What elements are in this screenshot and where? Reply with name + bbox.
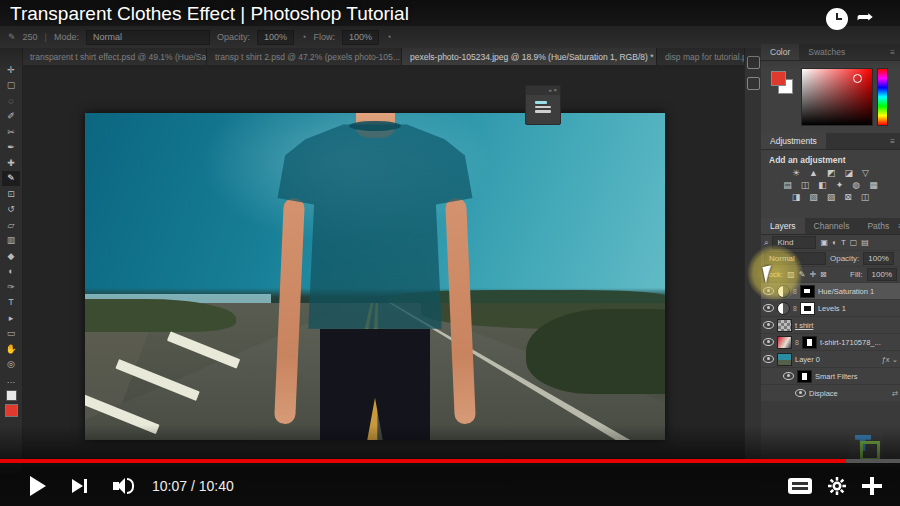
brightness-contrast-icon[interactable]: ☀ xyxy=(792,168,800,178)
layer-mask-thumb[interactable] xyxy=(800,302,815,315)
lock-all-icon[interactable]: ⊠ xyxy=(820,270,827,279)
curves-icon[interactable]: ◩ xyxy=(827,168,836,178)
exposure-icon[interactable]: ◪ xyxy=(845,168,854,178)
healing-brush-tool[interactable]: ✚ xyxy=(2,155,20,171)
eyedropper-tool[interactable]: ✒ xyxy=(2,140,20,156)
tab-paths[interactable]: Paths xyxy=(858,218,898,234)
filter-adjustment-icon[interactable]: ◐ xyxy=(832,238,837,247)
next-button[interactable] xyxy=(72,479,87,493)
tab-channels[interactable]: Channels xyxy=(805,218,859,234)
hue-slider[interactable] xyxy=(877,68,888,126)
lock-position-icon[interactable]: ✛ xyxy=(809,270,816,279)
filter-type-icon[interactable]: T xyxy=(841,238,846,247)
hue-saturation-icon[interactable] xyxy=(535,101,551,113)
share-icon[interactable]: ➦ xyxy=(857,6,874,27)
visibility-eye-icon[interactable] xyxy=(763,321,774,329)
blur-tool[interactable]: ◆ xyxy=(2,248,20,264)
filter-smart-icon[interactable]: ▤ xyxy=(861,238,869,247)
mode-select[interactable]: Normal xyxy=(86,30,210,45)
levels-thumb[interactable] xyxy=(777,302,790,315)
history-brush-tool[interactable]: ↺ xyxy=(2,202,20,218)
progress-bar[interactable] xyxy=(0,459,900,463)
selective-color-icon[interactable]: ⊠ xyxy=(844,192,852,202)
properties-panel-icon[interactable] xyxy=(747,56,760,69)
filter-options-icon[interactable]: ⇄ xyxy=(892,389,898,398)
smart-filters-row[interactable]: Smart Filters xyxy=(761,368,900,385)
panel-menu-icon[interactable]: ≡ xyxy=(890,48,895,57)
visibility-eye-icon[interactable] xyxy=(783,372,794,380)
play-button[interactable] xyxy=(30,476,46,496)
filter-pixel-icon[interactable]: ▣ xyxy=(820,238,828,247)
tab-layers[interactable]: Layers xyxy=(761,218,805,234)
opacity-select[interactable]: 100% xyxy=(257,30,294,45)
move-tool[interactable]: ✛ xyxy=(2,62,20,78)
smoothing-icon[interactable]: ◔ xyxy=(386,32,391,42)
libraries-panel-icon[interactable] xyxy=(747,77,760,90)
opacity-select[interactable]: 100% xyxy=(863,252,893,265)
exit-fullscreen-button[interactable] xyxy=(862,477,882,495)
layer-effects-icon[interactable]: ƒx ⌄ xyxy=(882,355,898,364)
layer-0[interactable]: Layer 0 ƒx ⌄ xyxy=(761,351,900,368)
volume-button[interactable] xyxy=(113,478,134,494)
posterize-icon[interactable]: ▧ xyxy=(809,192,818,202)
type-tool[interactable]: T xyxy=(2,295,20,311)
color-lookup-icon[interactable]: ▦ xyxy=(869,180,878,190)
layer-t-shirt-1710578[interactable]: 8 t-shirt-1710578_... xyxy=(761,334,900,351)
zoom-tool[interactable]: ◎ xyxy=(2,357,20,373)
crop-tool[interactable]: ✂ xyxy=(2,124,20,140)
settings-button[interactable] xyxy=(828,477,846,495)
eraser-tool[interactable]: ▱ xyxy=(2,217,20,233)
invert-icon[interactable]: ◨ xyxy=(792,192,801,202)
foreground-color-swatch[interactable] xyxy=(5,404,18,417)
flow-select[interactable]: 100% xyxy=(342,30,379,45)
hand-tool[interactable]: ✋ xyxy=(2,341,20,357)
shape-tool[interactable]: ▭ xyxy=(2,326,20,342)
visibility-eye-icon[interactable] xyxy=(763,355,774,363)
layer-thumb[interactable] xyxy=(777,319,792,332)
tab-adjustments[interactable]: Adjustments xyxy=(761,133,826,149)
tab-color[interactable]: Color xyxy=(761,44,799,60)
tab-swatches[interactable]: Swatches xyxy=(799,44,854,60)
dodge-tool[interactable]: ◐ xyxy=(2,264,20,280)
panel-collapse-icon[interactable]: « × xyxy=(526,86,560,95)
tab-transparent-t-shirt[interactable]: transparent t shirt effect.psd @ 49.1% (… xyxy=(22,48,207,65)
brush-size-value[interactable]: 250 xyxy=(23,32,38,42)
vibrance-icon[interactable]: ▽ xyxy=(862,168,869,178)
layer-levels[interactable]: 8 Levels 1 xyxy=(761,300,900,317)
photo-filter-icon[interactable]: ✦ xyxy=(836,180,844,190)
foreground-color-swatch[interactable] xyxy=(771,71,786,86)
quick-selection-tool[interactable]: ✐ xyxy=(2,109,20,125)
airbrush-icon[interactable]: ◔ xyxy=(301,32,306,42)
layer-mask-thumb[interactable] xyxy=(800,285,815,298)
lasso-tool[interactable]: ◌ xyxy=(2,93,20,109)
background-color-swatch[interactable] xyxy=(6,390,17,401)
displace-filter-row[interactable]: Displace ⇄ xyxy=(761,385,900,401)
properties-mini-panel[interactable]: « × xyxy=(525,85,561,125)
gradient-tool[interactable]: ▥ xyxy=(2,233,20,249)
fill-select[interactable]: 100% xyxy=(867,268,897,281)
color-balance-icon[interactable]: ◫ xyxy=(801,180,810,190)
filter-shape-icon[interactable]: ▢ xyxy=(850,238,858,247)
visibility-eye-icon[interactable] xyxy=(795,389,806,397)
channel-mixer-icon[interactable]: ◍ xyxy=(852,180,860,190)
path-select-tool[interactable]: ▸ xyxy=(2,310,20,326)
layer-mask-thumb[interactable] xyxy=(802,336,817,349)
layer-thumb[interactable] xyxy=(777,336,792,349)
pen-tool[interactable]: ✑ xyxy=(2,279,20,295)
clone-stamp-tool[interactable]: ⊡ xyxy=(2,186,20,202)
visibility-eye-icon[interactable] xyxy=(763,338,774,346)
document-image[interactable] xyxy=(85,113,665,440)
panel-menu-icon[interactable]: ≡ xyxy=(890,137,895,146)
tab-transp-t-shirt-2[interactable]: transp t shirt 2.psd @ 47.2% (pexels pho… xyxy=(207,48,402,65)
video-title[interactable]: Transparent Clothes Effect | Photoshop T… xyxy=(10,3,409,25)
watch-later-icon[interactable] xyxy=(826,8,848,30)
ps-canvas[interactable]: « × xyxy=(23,65,744,460)
layer-thumb[interactable] xyxy=(777,353,792,366)
threshold-icon[interactable]: ▨ xyxy=(827,192,836,202)
subtitles-button[interactable] xyxy=(788,478,812,494)
brush-tool[interactable]: ✎ xyxy=(2,171,20,187)
marquee-tool[interactable]: ▢ xyxy=(2,78,20,94)
black-white-icon[interactable]: ◧ xyxy=(818,180,827,190)
gradient-map-icon[interactable]: ◫ xyxy=(861,192,870,202)
visibility-eye-icon[interactable] xyxy=(763,304,774,312)
